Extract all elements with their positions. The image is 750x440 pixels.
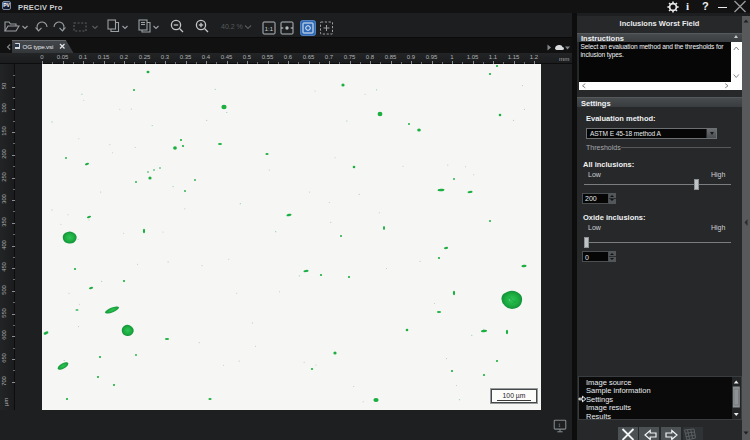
svg-text:40.2 %: 40.2 % [221,23,243,30]
svg-text:1:1: 1:1 [265,26,273,32]
svg-text:i: i [558,421,560,428]
